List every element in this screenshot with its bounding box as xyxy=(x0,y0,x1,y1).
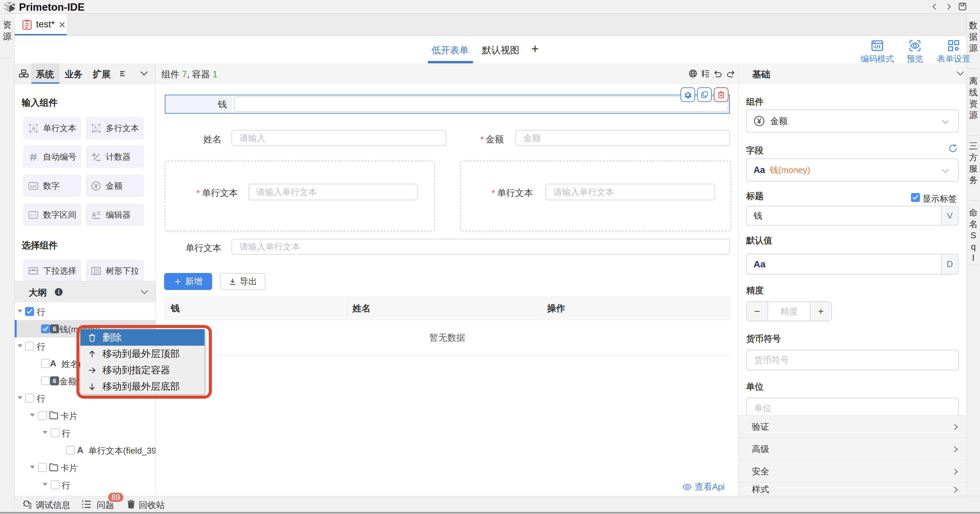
svg-text:123: 123 xyxy=(30,184,37,188)
svg-text:A: A xyxy=(94,125,97,130)
svg-text:A: A xyxy=(92,211,96,218)
svg-text:A: A xyxy=(31,126,35,132)
svg-text:1~3: 1~3 xyxy=(30,213,37,217)
